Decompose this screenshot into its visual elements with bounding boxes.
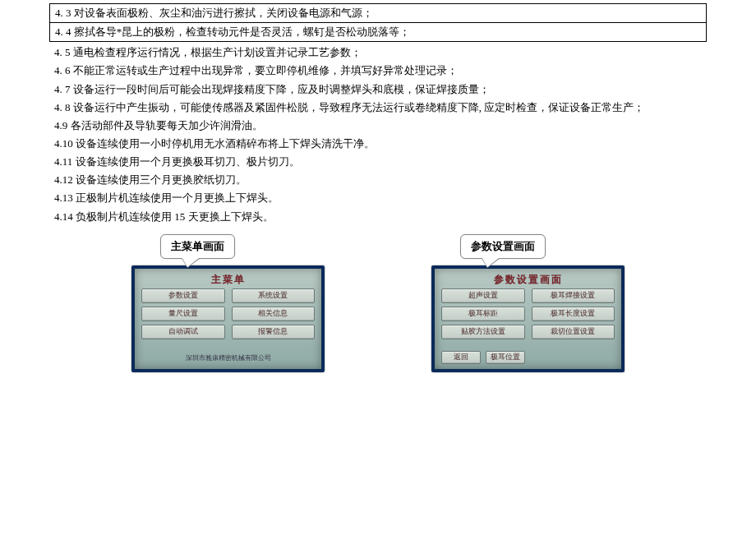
main-menu-button-grid: 参数设置 系统设置 量尺设置 相关信息 自动调试 报警信息	[141, 288, 315, 352]
param-panel: 参数设置画面 超声设置 极耳焊接设置 极耳标距 极耳长度设置 贴胶方法设置 裁切…	[431, 265, 625, 372]
text-line: 4. 4 擦拭各导*昆上的极粉，检查转动元件是否灵活，螺钉是否松动脱落等；	[49, 22, 707, 42]
alarm-info-button[interactable]: 报警信息	[232, 325, 316, 339]
auto-debug-button[interactable]: 自动调试	[141, 325, 225, 339]
callout-tail-icon	[481, 256, 502, 267]
text-line: 4.11 设备连续使用一个月更换极耳切刀、极片切刀。	[49, 153, 707, 171]
tab-weld-setting-button[interactable]: 极耳焊接设置	[532, 288, 615, 303]
ultrasonic-setting-button[interactable]: 超声设置	[441, 288, 525, 303]
document-text: 4. 3 对设备表面极粉、灰尘和油污进行擦拭，关闭设备电源和气源； 4. 4 擦…	[0, 0, 756, 233]
main-menu-title: 主菜单	[141, 272, 315, 288]
text-line: 4.14 负极制片机连续使用 15 天更换上下焊头。	[49, 208, 707, 226]
param-screen-block: 参数设置画面 参数设置画面 超声设置 极耳焊接设置 极耳标距 极耳长度设置 贴胶…	[431, 265, 625, 372]
main-menu-footer: 深圳市雅康精密机械有限公司	[141, 353, 315, 363]
system-setting-button[interactable]: 系统设置	[232, 288, 316, 303]
param-callout: 参数设置画面	[460, 234, 546, 259]
text-line: 4.10 设备连续使用一小时停机用无水酒精碎布将上下焊头清洗干净。	[49, 135, 707, 153]
param-button-grid: 超声设置 极耳焊接设置 极耳标距 极耳长度设置 贴胶方法设置 裁切位置设置	[441, 288, 615, 347]
return-button[interactable]: 返回	[441, 351, 481, 364]
glue-method-setting-button[interactable]: 贴胶方法设置	[441, 325, 525, 339]
tab-length-setting-button[interactable]: 极耳长度设置	[532, 307, 615, 321]
text-line: 4. 8 设备运行中产生振动，可能使传感器及紧固件松脱，导致程序无法运行或卷绕精…	[49, 99, 707, 117]
text-line: 4. 5 通电检查程序运行情况，根据生产计划设置并记录工艺参数；	[49, 44, 707, 62]
text-line: 4.9 各活动部件及导轨要每天加少许润滑油。	[49, 117, 707, 135]
text-line: 4. 6 不能正常运转或生产过程中出现异常，要立即停机维修，并填写好异常处理记录…	[49, 62, 707, 80]
cut-position-setting-button[interactable]: 裁切位置设置	[532, 325, 615, 339]
ruler-setting-button[interactable]: 量尺设置	[141, 307, 225, 321]
hmi-screens-area: 主菜单画面 主菜单 参数设置 系统设置 量尺设置 相关信息 自动调试 报警信息 …	[0, 233, 756, 372]
param-setting-button[interactable]: 参数设置	[141, 288, 225, 303]
main-menu-panel: 主菜单 参数设置 系统设置 量尺设置 相关信息 自动调试 报警信息 深圳市雅康精…	[131, 265, 325, 372]
text-line: 4. 7 设备运行一段时间后可能会出现焊接精度下降，应及时调整焊头和底模，保证焊…	[49, 81, 707, 99]
related-info-button[interactable]: 相关信息	[232, 307, 316, 321]
text-line: 4.13 正极制片机连续使用一个月更换上下焊头。	[49, 189, 707, 207]
tab-position-button[interactable]: 极耳位置	[486, 351, 525, 364]
param-title: 参数设置画面	[441, 272, 615, 288]
callout-tail-icon	[181, 256, 202, 267]
main-menu-screen-block: 主菜单画面 主菜单 参数设置 系统设置 量尺设置 相关信息 自动调试 报警信息 …	[131, 265, 325, 372]
text-line: 4.12 设备连续使用三个月更换胶纸切刀。	[49, 171, 707, 189]
tab-gauge-button[interactable]: 极耳标距	[441, 307, 525, 321]
text-line: 4. 3 对设备表面极粉、灰尘和油污进行擦拭，关闭设备电源和气源；	[49, 3, 707, 22]
